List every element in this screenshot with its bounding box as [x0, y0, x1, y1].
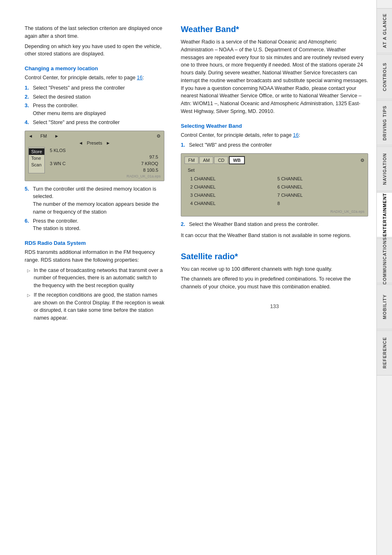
wb-step-2: 2. Select the Weather Band station and p… [181, 221, 368, 228]
presets-bar: ◄ Presets ► [28, 140, 161, 145]
changing-memory-intro: Control Center, for principle details, r… [25, 74, 164, 82]
menu-and-stations: Store Tone Scan 5 KLOS 97.5 3 WN C7 KROQ… [28, 147, 161, 173]
wb-steps: 1. Select "WB" and press the controller [181, 141, 368, 149]
sidebar-tab-entertainment[interactable]: Entertainment [377, 192, 392, 237]
sidebar-tab-reference[interactable]: Reference [377, 330, 392, 375]
set-label: Set [186, 167, 363, 173]
satellite-para1: You can receive up to 100 different chan… [181, 265, 368, 273]
menu-tone[interactable]: Tone [29, 155, 44, 161]
tab-fm[interactable]: FM [184, 157, 198, 164]
rds-bullets: ▷ In the case of broadcasting networks t… [25, 267, 164, 322]
sidebar-tabs: At a glance Controls Driving tips Naviga… [376, 0, 392, 555]
channels-grid: 1 CHANNEL 5 CHANNEL 2 CHANNEL 6 CHANNEL … [186, 174, 363, 208]
channel-2[interactable]: 2 CHANNEL [188, 183, 274, 191]
main-content: The stations of the last selection crite… [0, 0, 376, 555]
rds-para: RDS transmits additional information in … [25, 249, 164, 264]
channel-7[interactable]: 7 CHANNEL [275, 191, 361, 199]
channel-8: 8 [275, 200, 361, 207]
tab-am[interactable]: AM [199, 157, 214, 164]
sidebar-tab-at-a-glance[interactable]: At a glance [377, 8, 392, 53]
selecting-wb-intro: Control Center, for principle details, r… [181, 131, 368, 139]
page-ref-16b[interactable]: 16 [293, 132, 299, 138]
radio-display-2: FM AM CD WB ⚙ Set 1 CHANNEL 5 CHANNEL 2 … [181, 153, 368, 216]
sidebar-tab-driving-tips[interactable]: Driving tips [377, 100, 392, 145]
changing-memory-heading: Changing a memory location [25, 65, 164, 71]
radio-settings: ⚙ [360, 158, 364, 163]
satellite-para2: The channels are offered to you in prede… [181, 275, 368, 291]
selecting-wb-heading: Selecting Weather Band [181, 123, 368, 129]
radio-display-1: ◄ FM ► ⚙ ◄ Presets ► Store Tone Scan 5 K… [25, 131, 164, 181]
menu-scan[interactable]: Scan [29, 161, 44, 168]
station-row-3: 3 WN C7 KROQ [47, 160, 161, 167]
steps-list-2: 5.Turn the controller until the desired … [25, 185, 164, 233]
intro-para2: Depending on which key you have used to … [25, 43, 164, 58]
tab-wb[interactable]: WB [229, 156, 244, 164]
weather-band-para: Weather Radio is a service of the Nation… [181, 38, 368, 115]
channel-5[interactable]: 5 CHANNEL [275, 175, 361, 182]
img-caption-2: RADIO_UK_02a.eps [184, 210, 364, 214]
channel-6[interactable]: 6 CHANNEL [275, 183, 361, 191]
page-container: The stations of the last selection crite… [0, 0, 392, 555]
intro-para1: The stations of the last selection crite… [25, 25, 164, 40]
rds-heading: RDS Radio Data System [25, 240, 164, 246]
channel-4[interactable]: 4 CHANNEL [188, 200, 274, 207]
step-3: 3.Press the controller.Other menu items … [25, 102, 164, 117]
step-6: 6.Press the controller.The station is st… [25, 217, 164, 233]
bullet-2: ▷ If the reception conditions are good, … [25, 291, 164, 322]
sidebar-tab-mobility[interactable]: Mobility [377, 284, 392, 329]
arrow-icon-1: ▷ [27, 267, 31, 290]
right-column: Weather Band* Weather Radio is a service… [177, 25, 368, 539]
station-row-1: 5 KLOS [47, 147, 161, 154]
channels-container: Set 1 CHANNEL 5 CHANNEL 2 CHANNEL 6 CHAN… [184, 166, 364, 209]
sidebar-tab-controls[interactable]: Controls [377, 54, 392, 99]
wb-step-1: 1. Select "WB" and press the controller [181, 141, 368, 149]
steps-list-1: 1.Select "Presets" and press the control… [25, 84, 164, 127]
channel-1[interactable]: 1 CHANNEL [188, 175, 274, 182]
weather-band-heading: Weather Band* [181, 25, 368, 34]
wb-steps-2: 2. Select the Weather Band station and p… [181, 221, 368, 228]
step-2: 2.Select the desired station [25, 93, 164, 101]
page-number: 133 [181, 303, 368, 309]
radio-top-bar: ◄ FM ► ⚙ [28, 134, 161, 139]
menu-list: Store Tone Scan [28, 147, 45, 173]
step-4: 4.Select "Store" and press the controlle… [25, 119, 164, 127]
tab-cd[interactable]: CD [214, 157, 228, 164]
bullet-1: ▷ In the case of broadcasting networks t… [25, 267, 164, 290]
satellite-heading: Satellite radio* [181, 252, 368, 261]
station-row-2: 97.5 [47, 154, 161, 160]
page-ref-16[interactable]: 16 [137, 75, 143, 81]
step-1: 1.Select "Presets" and press the control… [25, 84, 164, 92]
sidebar-tab-communications[interactable]: Communications [377, 238, 392, 283]
wb-note: It can occur that the Weather Band stati… [181, 232, 368, 240]
sidebar-tab-navigation[interactable]: Navigation [377, 146, 392, 191]
station-row-4: 8 100.5 [47, 167, 161, 173]
menu-store[interactable]: Store [29, 148, 44, 155]
arrow-icon-2: ▷ [27, 292, 31, 322]
channel-3[interactable]: 3 CHANNEL [188, 191, 274, 199]
img-caption-1: RADIO_UK_01a.eps [28, 174, 161, 178]
radio-tabs-row: FM AM CD WB ⚙ [184, 156, 364, 164]
left-column: The stations of the last selection crite… [25, 25, 164, 539]
settings-icon: ⚙ [157, 134, 161, 139]
fm-label: ◄ FM ► [28, 134, 59, 138]
step-5: 5.Turn the controller until the desired … [25, 185, 164, 216]
station-list: 5 KLOS 97.5 3 WN C7 KROQ 8 100.5 [47, 147, 161, 173]
